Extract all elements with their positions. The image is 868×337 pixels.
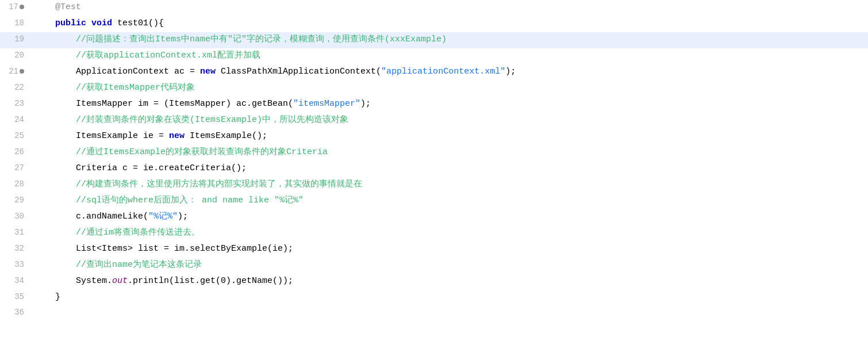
code-content: //构建查询条件，这里使用方法将其内部实现封装了，其实做的事情就是在 [30,178,868,191]
token-normal: test01(){ [112,18,164,28]
token-normal: ); [505,67,516,76]
code-editor: 17 @Test18 public void test01(){19 //问题描… [0,0,868,337]
code-line: 18 public void test01(){ [0,16,868,32]
line-number: 25 [0,130,30,143]
code-line: 27 Criteria c = ie.createCriteria(); [0,161,868,177]
code-content: public void test01(){ [30,17,868,30]
code-content: Criteria c = ie.createCriteria(); [30,162,868,175]
code-content: //通过im将查询条件传送进去。 [30,226,868,239]
token-normal [34,260,76,270]
code-content: //获取applicationContext.xml配置并加载 [30,49,868,62]
code-line: 30 c.andNameLike("%记%"); [0,209,868,225]
code-content: ItemsExample ie = new ItemsExample(); [30,129,868,143]
line-number: 20 [0,49,30,62]
token-normal [34,18,55,28]
code-line: 32 List<Items> list = im.selectByExample… [0,242,868,258]
token-normal [34,179,76,189]
token-normal [34,51,76,60]
code-content: c.andNameLike("%记%"); [30,210,868,223]
line-number: 34 [0,275,30,288]
token-kw: public [55,18,86,28]
token-kw-out: out [112,276,128,286]
code-line: 31 //通过im将查询条件传送进去。 [0,225,868,242]
code-line: 26 //通过ItemsExample的对象获取封装查询条件的对象Criteri… [0,145,868,161]
token-normal [34,35,76,44]
code-content: //查询出name为笔记本这条记录 [30,258,868,271]
token-normal [34,228,76,238]
line-number: 33 [0,259,30,271]
line-number: 35 [0,291,30,304]
code-content: List<Items> list = im.selectByExample(ie… [30,242,868,255]
code-line: 36 [0,306,868,322]
line-number: 32 [0,243,30,255]
code-line: 20 //获取applicationContext.xml配置并加载 [0,48,868,64]
token-string: "applicationContext.xml" [381,67,505,76]
line-number: 23 [0,98,30,110]
code-line: 35 } [0,290,868,306]
code-line: 22 //获取ItemsMapper代码对象 [0,81,868,97]
token-comment: //问题描述：查询出Items中name中有"记"字的记录，模糊查询，使用查询条… [76,35,447,44]
line-number: 24 [0,114,30,127]
token-normal: ); [178,212,188,221]
token-comment: //查询出name为笔记本这条记录 [76,260,202,270]
code-content: System.out.println(list.get(0).getName()… [30,274,868,288]
token-string: "itemsMapper" [293,99,360,109]
token-comment: //sql语句的where后面加入： and name like "%记%" [76,196,304,205]
line-number: 31 [0,227,30,239]
token-normal: ClassPathXmlApplicationContext( [216,67,381,76]
code-content: //封装查询条件的对象在该类(ItemsExample)中，所以先构造该对象 [30,113,868,127]
code-line: 25 ItemsExample ie = new ItemsExample(); [0,129,868,145]
code-content: //通过ItemsExample的对象获取封装查询条件的对象Criteria [30,145,868,159]
token-normal: ItemsMapper im = (ItemsMapper) ac.getBea… [34,99,293,109]
code-content: ApplicationContext ac = new ClassPathXml… [30,65,868,78]
code-content: //获取ItemsMapper代码对象 [30,81,868,94]
token-comment: //通过im将查询条件传送进去。 [76,228,200,238]
token-normal: System. [34,276,112,286]
code-content: //sql语句的where后面加入： and name like "%记%" [30,194,868,207]
token-normal: Criteria c = ie.createCriteria(); [34,163,247,173]
line-number: 17 [0,1,30,14]
line-number: 28 [0,178,30,191]
token-normal [86,18,91,28]
code-line: 34 System.out.println(list.get(0).getNam… [0,274,868,290]
token-string: "%记%" [148,212,178,221]
token-kw: new [200,67,216,76]
code-line: 28 //构建查询条件，这里使用方法将其内部实现封装了，其实做的事情就是在 [0,177,868,193]
token-kw: new [169,131,185,141]
token-annotation: @Test [34,2,81,12]
code-line: 33 //查询出name为笔记本这条记录 [0,258,868,274]
code-content: ItemsMapper im = (ItemsMapper) ac.getBea… [30,97,868,110]
token-comment: //封装查询条件的对象在该类(ItemsExample)中，所以先构造该对象 [76,115,348,125]
token-normal [34,83,76,93]
line-number: 26 [0,146,30,159]
code-content: @Test [30,1,868,14]
line-number: 29 [0,194,30,207]
code-line: 23 ItemsMapper im = (ItemsMapper) ac.get… [0,97,868,113]
token-normal: } [34,292,60,302]
line-number: 21 [0,66,30,78]
token-normal: List<Items> list = im.selectByExample(ie… [34,244,293,254]
token-normal [34,196,76,205]
code-line: 21 ApplicationContext ac = new ClassPath… [0,64,868,81]
line-number: 18 [0,17,30,30]
token-normal: ApplicationContext ac = [34,67,200,76]
token-kw: void [91,18,112,28]
line-number: 30 [0,210,30,223]
token-normal: ItemsExample ie = [34,131,169,141]
line-number: 19 [0,33,30,46]
token-normal [34,115,76,125]
token-comment: //获取applicationContext.xml配置并加载 [76,51,260,60]
token-normal: ItemsExample(); [185,131,267,141]
code-line: 29 //sql语句的where后面加入： and name like "%记%… [0,193,868,209]
code-content: } [30,290,868,304]
token-normal: .println(list.get(0).getName()); [128,276,293,286]
token-normal [34,147,76,157]
token-normal: ); [360,99,371,109]
code-content: //问题描述：查询出Items中name中有"记"字的记录，模糊查询，使用查询条… [30,33,868,46]
token-comment: //通过ItemsExample的对象获取封装查询条件的对象Criteria [76,147,328,157]
line-number: 36 [0,307,30,319]
line-number: 22 [0,82,30,94]
token-comment: //构建查询条件，这里使用方法将其内部实现封装了，其实做的事情就是在 [76,179,362,189]
code-line: 24 //封装查询条件的对象在该类(ItemsExample)中，所以先构造该对… [0,113,868,129]
token-comment: //获取ItemsMapper代码对象 [76,83,195,93]
